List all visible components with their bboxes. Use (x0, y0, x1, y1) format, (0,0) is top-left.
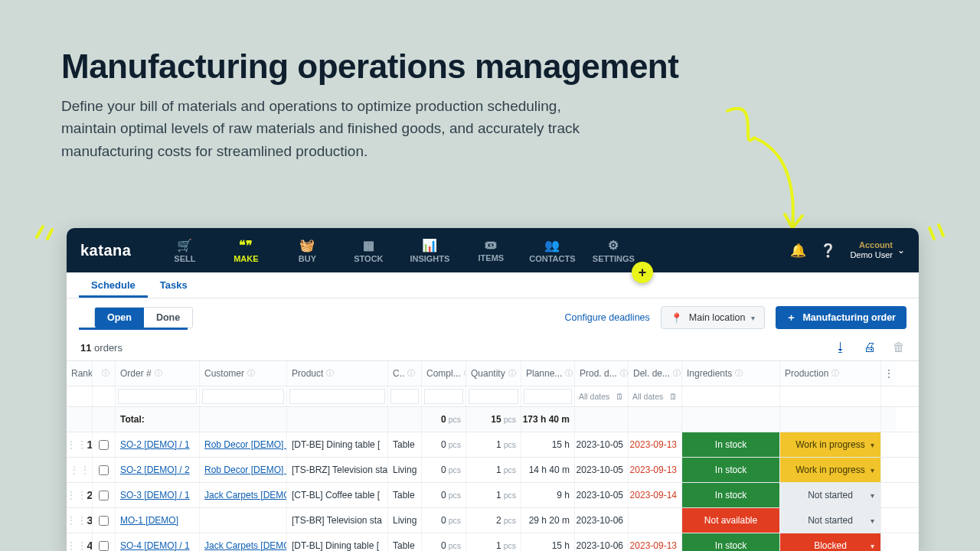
row-checkbox[interactable] (99, 465, 109, 475)
meta-bar: 11 orders ⭳ 🖨 🗑 (67, 336, 919, 360)
subtabs: ScheduleTasks (67, 272, 919, 298)
table-filters: All dates🗓 All dates🗓 (67, 386, 919, 407)
new-order-button[interactable]: ＋ Manufacturing order (776, 306, 906, 329)
nav-sell[interactable]: 🛒SELL (154, 238, 215, 263)
tab-schedule[interactable]: Schedule (79, 272, 148, 298)
svg-line-3 (939, 225, 943, 236)
ingredients-status[interactable]: In stock (682, 533, 779, 551)
svg-line-0 (37, 227, 43, 237)
help-icon[interactable]: ❔ (820, 243, 836, 259)
nav-contacts[interactable]: 👥CONTACTS (521, 238, 583, 263)
nav-items[interactable]: 🎟ITEMS (460, 238, 521, 263)
drag-handle[interactable]: ⋮⋮ 3 (67, 508, 93, 533)
print-icon[interactable]: 🖨 (864, 341, 876, 354)
row-checkbox[interactable] (99, 541, 109, 551)
filter-product[interactable] (289, 389, 385, 404)
product-text: [TS-BRZ] Television sta (287, 458, 388, 482)
customer-link[interactable]: Rob Decor [DEMO] (S0 (200, 458, 287, 482)
production-status[interactable]: Not started▾ (780, 508, 880, 533)
ingredients-status[interactable]: In stock (682, 483, 779, 507)
contacts-icon: 👥 (521, 238, 583, 253)
accent-right-icon (925, 222, 946, 240)
order-link[interactable]: SO-3 [DEMO] / 1 (120, 490, 190, 500)
table-row: ⋮⋮ 2 SO-3 [DEMO] / 1 Jack Carpets [DEMO]… (67, 483, 919, 508)
location-selector[interactable]: 📍 Main location ▾ (661, 306, 766, 329)
product-text: [CT-BL] Coffee table [ (287, 483, 388, 507)
plus-icon: ＋ (786, 311, 796, 324)
nav-insights[interactable]: 📊INSIGHTS (399, 238, 460, 263)
trash-icon[interactable]: 🗑 (893, 341, 905, 354)
settings-icon: ⚙ (583, 238, 644, 253)
order-link[interactable]: SO-2 [DEMO] / 2 (120, 465, 190, 475)
nav-stock[interactable]: ▦STOCK (338, 238, 399, 263)
filter-compl[interactable] (424, 389, 463, 404)
drag-handle[interactable]: ⋮⋮ (67, 458, 93, 482)
filter-plan[interactable] (524, 389, 572, 404)
ingredients-status[interactable]: Not available (682, 508, 779, 533)
svg-line-2 (929, 228, 934, 239)
chevron-down-icon: ▾ (871, 441, 874, 449)
chevron-down-icon: ▾ (751, 314, 755, 322)
ingredients-status[interactable]: In stock (682, 432, 779, 457)
chevron-down-icon: ▾ (871, 542, 874, 550)
row-checkbox[interactable] (99, 491, 109, 500)
row-checkbox[interactable] (99, 440, 109, 450)
column-menu[interactable]: ⋮ (881, 361, 897, 386)
insights-icon: 📊 (399, 238, 460, 253)
download-icon[interactable]: ⭳ (835, 341, 847, 354)
bell-icon[interactable]: 🔔 (790, 243, 806, 259)
order-link[interactable]: SO-4 [DEMO] / 1 (120, 540, 190, 551)
calendar-icon: 🗓 (669, 392, 678, 401)
customer-link[interactable]: Jack Carpets [DEMO] ( (200, 533, 287, 551)
items-icon: 🎟 (460, 238, 521, 252)
add-button[interactable]: + (632, 262, 653, 283)
drag-handle[interactable]: ⋮⋮ 4 (67, 533, 93, 551)
pill-open[interactable]: Open (95, 308, 144, 328)
drag-handle[interactable]: ⋮⋮ 1 (67, 432, 93, 457)
filter-order[interactable] (118, 389, 197, 404)
production-status[interactable]: Blocked▾ (780, 533, 880, 551)
customer-link[interactable]: Jack Carpets [DEMO] ( (200, 483, 287, 507)
stock-icon: ▦ (338, 238, 399, 253)
nav-buy[interactable]: 🧺BUY (276, 238, 338, 263)
order-link[interactable]: MO-1 [DEMO] (120, 515, 178, 526)
filter-bar: Open Done Configure deadlines 📍 Main loc… (67, 298, 919, 334)
brand-logo: katana (80, 242, 131, 259)
product-text: [TS-BR] Television sta (287, 508, 388, 533)
tab-tasks[interactable]: Tasks (148, 272, 200, 298)
pill-done[interactable]: Done (144, 308, 192, 328)
table-totals: Total: 0pcs 15pcs 173 h 40 m (67, 407, 919, 432)
svg-line-1 (47, 230, 52, 239)
production-status[interactable]: Not started▾ (780, 483, 880, 507)
customer-link[interactable]: Rob Decor [DEMO] (S0 (200, 432, 287, 457)
chevron-down-icon: ▾ (871, 491, 874, 500)
product-text: [DT-BL] Dining table [ (287, 533, 388, 551)
configure-deadlines-link[interactable]: Configure deadlines (565, 312, 650, 323)
filter-customer[interactable] (202, 389, 284, 404)
nav-settings[interactable]: ⚙SETTINGS (583, 238, 644, 263)
chevron-down-icon[interactable]: ⌄ (897, 245, 905, 256)
customer-link (200, 508, 287, 533)
filter-prod-date[interactable]: All dates🗓 (577, 392, 626, 401)
filter-del-date[interactable]: All dates🗓 (631, 392, 679, 401)
active-pill-underline (79, 328, 188, 330)
chevron-down-icon: ▾ (871, 517, 874, 525)
table-header: Rankⓘ ⓘ Order #ⓘ Customerⓘ Productⓘ C..ⓘ… (67, 361, 919, 386)
calendar-icon: 🗓 (616, 392, 624, 401)
table-row: ⋮⋮ 3 MO-1 [DEMO] [TS-BR] Television sta … (67, 508, 919, 533)
account-menu[interactable]: Account Demo User (850, 240, 893, 260)
filter-qty[interactable] (469, 389, 518, 404)
page-subtitle: Define your bill of materials and operat… (61, 95, 612, 162)
sell-icon: 🛒 (154, 238, 215, 253)
nav-make[interactable]: ❝❞MAKE (215, 238, 276, 263)
production-status[interactable]: Work in progress▾ (780, 458, 880, 482)
buy-icon: 🧺 (276, 238, 338, 253)
filter-c[interactable] (390, 389, 419, 404)
drag-handle[interactable]: ⋮⋮ 2 (67, 483, 93, 507)
ingredients-status[interactable]: In stock (682, 458, 779, 482)
pin-icon: 📍 (671, 312, 683, 324)
order-link[interactable]: SO-2 [DEMO] / 1 (120, 439, 190, 450)
app-window: katana 🛒SELL❝❞MAKE🧺BUY▦STOCK📊INSIGHTS🎟IT… (67, 228, 919, 551)
row-checkbox[interactable] (99, 516, 109, 526)
production-status[interactable]: Work in progress▾ (780, 432, 880, 457)
